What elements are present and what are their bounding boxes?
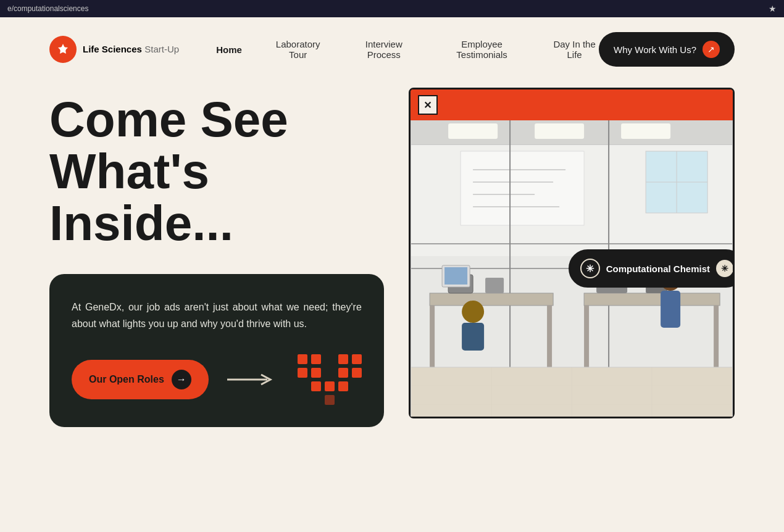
open-roles-button[interactable]: Our Open Roles → bbox=[72, 360, 209, 399]
cta-arrow-icon: ↗ bbox=[703, 41, 720, 58]
hero-title-line2: What's bbox=[49, 144, 209, 199]
dot bbox=[338, 368, 348, 378]
main-content: Life Sciences Start-Up Home Laboratory T… bbox=[0, 17, 784, 532]
dot bbox=[352, 381, 362, 391]
chemist-badge: ✳ Computational Chemist ✳ bbox=[569, 249, 733, 288]
svg-rect-21 bbox=[430, 293, 553, 305]
dot bbox=[325, 354, 335, 364]
nav-interview[interactable]: Interview Process bbox=[354, 39, 414, 60]
badge-star-right: ✳ bbox=[721, 264, 728, 273]
hero-title-line1: Come See bbox=[49, 92, 288, 147]
badge-star-left: ✳ bbox=[586, 263, 594, 275]
dot bbox=[311, 354, 321, 364]
decorative-arrow bbox=[227, 372, 277, 387]
dot bbox=[311, 381, 321, 391]
badge-label: Computational Chemist bbox=[606, 264, 710, 274]
dot-grid-decoration bbox=[298, 354, 362, 405]
svg-rect-24 bbox=[584, 293, 720, 305]
dot bbox=[352, 354, 362, 364]
dot bbox=[338, 354, 348, 364]
dot bbox=[325, 368, 335, 378]
close-button[interactable]: ✕ bbox=[418, 95, 438, 115]
nav-home[interactable]: Home bbox=[216, 44, 242, 55]
svg-rect-28 bbox=[485, 278, 504, 293]
nav-links: Home Laboratory Tour Interview Process E… bbox=[216, 39, 599, 60]
dot bbox=[298, 368, 307, 378]
dot bbox=[311, 368, 321, 378]
hero-card: At GeneDx, our job ads aren't just about… bbox=[49, 274, 384, 427]
hero-actions: Our Open Roles → bbox=[72, 354, 362, 405]
browser-chrome: e/computationalsciences ★ bbox=[0, 0, 784, 17]
badge-right-icon: ✳ bbox=[716, 260, 733, 277]
badge-left-icon: ✳ bbox=[580, 259, 600, 278]
dot bbox=[352, 395, 362, 405]
svg-rect-6 bbox=[535, 123, 584, 139]
nav-lab-tour[interactable]: Laboratory Tour bbox=[272, 39, 325, 60]
hero-title: Come See What's Inside... bbox=[49, 94, 384, 249]
svg-rect-36 bbox=[444, 267, 467, 285]
svg-point-31 bbox=[462, 301, 484, 323]
why-work-label: Why Work With Us? bbox=[614, 44, 696, 55]
open-roles-label: Our Open Roles bbox=[89, 374, 164, 385]
lab-frame: ✕ bbox=[409, 88, 735, 418]
hero-section: Come See What's Inside... At GeneDx, our… bbox=[0, 81, 784, 452]
dot bbox=[325, 381, 335, 391]
browser-star-icon: ★ bbox=[769, 4, 777, 14]
hero-right: ✕ bbox=[409, 88, 735, 418]
lab-image: ✳ Computational Chemist ✳ bbox=[411, 120, 733, 417]
svg-rect-9 bbox=[461, 151, 584, 225]
svg-rect-5 bbox=[448, 123, 498, 139]
browser-url: e/computationalsciences bbox=[7, 4, 764, 13]
logo-text: Life Sciences Start-Up bbox=[83, 44, 179, 55]
navbar: Life Sciences Start-Up Home Laboratory T… bbox=[0, 17, 784, 81]
dot bbox=[338, 381, 348, 391]
dot bbox=[298, 381, 307, 391]
dot bbox=[338, 395, 348, 405]
logo-icon bbox=[49, 36, 77, 63]
lab-frame-header: ✕ bbox=[411, 89, 733, 120]
why-work-button[interactable]: Why Work With Us? ↗ bbox=[599, 32, 735, 67]
nav-day-life[interactable]: Day In the Life bbox=[550, 39, 599, 60]
dot bbox=[352, 368, 362, 378]
hero-description: At GeneDx, our job ads aren't just about… bbox=[72, 299, 362, 332]
dot bbox=[311, 395, 321, 405]
svg-rect-7 bbox=[621, 123, 670, 139]
hero-left: Come See What's Inside... At GeneDx, our… bbox=[49, 94, 384, 427]
svg-rect-34 bbox=[661, 291, 680, 328]
svg-rect-32 bbox=[462, 323, 484, 351]
roles-arrow-icon: → bbox=[172, 370, 191, 389]
dot bbox=[325, 395, 335, 405]
dot bbox=[298, 395, 307, 405]
logo-area: Life Sciences Start-Up bbox=[49, 36, 179, 63]
dot bbox=[298, 354, 307, 364]
hero-title-line3: Inside... bbox=[49, 196, 233, 251]
nav-testimonials[interactable]: Employee Testimonials bbox=[443, 39, 520, 60]
